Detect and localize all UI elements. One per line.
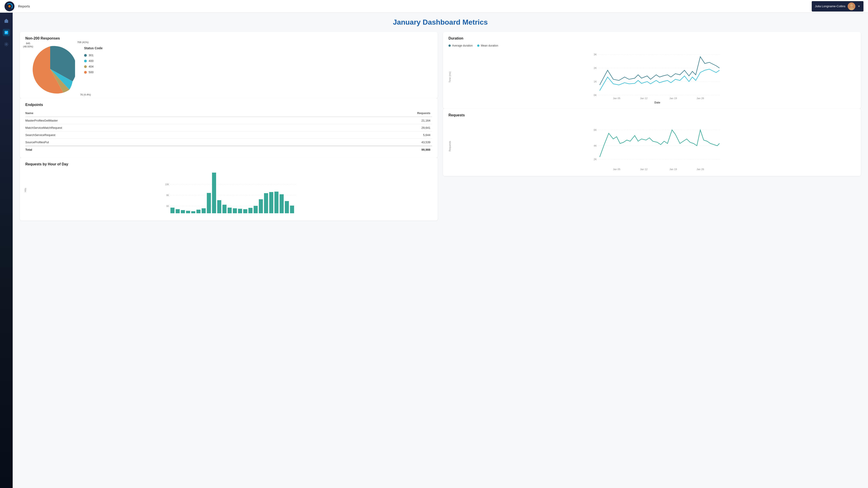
svg-text:Jan 12: Jan 12 — [640, 97, 647, 100]
sidebar-icon-settings[interactable] — [3, 41, 10, 48]
chevron-down-icon[interactable]: ▼ — [858, 5, 860, 8]
svg-rect-31 — [254, 206, 258, 213]
legend-label-mean: Mean duration — [481, 44, 498, 47]
svg-text:6K: 6K — [166, 205, 169, 207]
requests-card: Requests Requests 6K 4K 2K — [443, 109, 861, 176]
legend-title: Status Code — [84, 46, 103, 50]
legend-dot-400 — [84, 60, 87, 62]
pie-chart-wrapper: 845(48.93%) 708 (41%) 76 (4.4%) — [25, 44, 75, 94]
svg-rect-28 — [238, 209, 242, 213]
endpoints-card: Endpoints Name Requests MasterProfilesGe… — [20, 98, 438, 158]
legend-avg-duration: Average duration — [448, 44, 473, 47]
user-menu[interactable]: Julia Longname-Collins ▼ — [812, 1, 864, 11]
sidebar — [0, 13, 13, 488]
app-logo[interactable] — [4, 1, 14, 11]
svg-text:1K: 1K — [594, 80, 597, 83]
requests-by-hour-card: Requests by Hour of Day Hits 6K 8K 10K — [20, 158, 438, 221]
svg-text:Jan 05: Jan 05 — [613, 97, 620, 100]
col-requests-header: Requests — [318, 110, 432, 117]
pie-label-500: 845(48.93%) — [23, 42, 33, 48]
duration-card: Duration Average duration Mean duration … — [443, 32, 861, 109]
svg-rect-35 — [274, 192, 278, 213]
svg-rect-15 — [170, 207, 175, 213]
legend-dot-404 — [84, 65, 87, 68]
svg-text:Jan 12: Jan 12 — [640, 168, 647, 170]
right-column: Duration Average duration Mean duration … — [443, 32, 861, 221]
svg-rect-34 — [269, 192, 273, 213]
svg-rect-23 — [212, 173, 216, 213]
svg-rect-24 — [217, 200, 221, 213]
legend-label-500: 500 — [89, 70, 94, 74]
svg-rect-29 — [243, 209, 247, 213]
sidebar-icon-reports[interactable] — [3, 29, 10, 36]
legend-item-404: 404 — [84, 65, 103, 68]
duration-legend: Average duration Mean duration — [448, 44, 855, 47]
endpoint-name: MatchServiceMatchRequest — [25, 124, 318, 131]
pie-label-301: 708 (41%) — [77, 41, 89, 43]
legend-item-301: 301 — [84, 54, 103, 57]
svg-text:Jan 19: Jan 19 — [669, 97, 677, 100]
sidebar-icon-home[interactable] — [3, 17, 10, 24]
endpoint-requests: 43,539 — [318, 139, 432, 146]
page-title: January Dashboard Metrics — [20, 18, 861, 26]
svg-text:2K: 2K — [594, 67, 597, 69]
user-name-label: Julia Longname-Collins — [815, 4, 845, 8]
svg-text:2K: 2K — [594, 158, 597, 161]
duration-chart-svg: 3K 2K 1K 0K Jan 05 Jan 12 Jan 19 Jan 26 — [459, 50, 855, 100]
svg-rect-16 — [176, 209, 180, 213]
svg-rect-30 — [248, 208, 252, 213]
endpoint-requests: 5,644 — [318, 131, 432, 139]
bar-chart-svg: 6K 8K 10K — [34, 170, 432, 215]
duration-title: Duration — [448, 36, 855, 40]
table-row: MatchServiceMatchRequest 29,641 — [25, 124, 432, 131]
svg-text:Jan 05: Jan 05 — [613, 168, 620, 170]
pie-section: 845(48.93%) 708 (41%) 76 (4.4%) — [25, 44, 432, 94]
svg-rect-32 — [259, 199, 263, 213]
top-navigation: Reports Julia Longname-Collins ▼ — [0, 0, 868, 13]
main-content: January Dashboard Metrics Non-200 Respon… — [13, 13, 868, 488]
endpoints-title: Endpoints — [25, 103, 432, 107]
svg-text:4K: 4K — [594, 144, 597, 147]
endpoint-name: MasterProfilesGetMaster — [25, 117, 318, 124]
svg-text:Jan 26: Jan 26 — [696, 168, 704, 170]
svg-rect-22 — [207, 193, 211, 213]
svg-point-8 — [6, 43, 7, 45]
svg-text:Jan 26: Jan 26 — [696, 97, 704, 100]
svg-rect-36 — [280, 194, 284, 213]
avatar — [848, 2, 855, 10]
endpoint-name: SearchServiceRequest — [25, 131, 318, 139]
legend-dot-mean — [477, 44, 479, 47]
svg-rect-37 — [285, 201, 289, 213]
requests-chart-svg: 6K 4K 2K Jan 05 Jan 12 Jan 19 Jan 26 — [459, 121, 855, 170]
duration-x-label: Date — [459, 101, 855, 104]
legend-label-301: 301 — [89, 54, 94, 57]
legend-item-400: 400 — [84, 59, 103, 63]
svg-rect-38 — [290, 205, 294, 213]
table-row: MasterProfilesGetMaster 21,164 — [25, 117, 432, 124]
requests-by-hour-title: Requests by Hour of Day — [25, 162, 432, 166]
svg-text:Jan 19: Jan 19 — [669, 168, 677, 170]
requests-title: Requests — [448, 113, 855, 117]
svg-text:8K: 8K — [166, 194, 169, 197]
svg-text:3K: 3K — [594, 53, 597, 56]
svg-rect-26 — [228, 207, 232, 213]
requests-y-label: Requests — [448, 141, 451, 151]
endpoints-table: Name Requests MasterProfilesGetMaster 21… — [25, 110, 432, 153]
svg-rect-3 — [4, 21, 8, 23]
legend-item-500: 500 — [84, 70, 103, 74]
svg-point-1 — [850, 4, 853, 7]
legend-label-404: 404 — [89, 65, 94, 68]
svg-text:6K: 6K — [594, 129, 597, 131]
left-column: Non-200 Responses 845(48.93%) 708 (41%) … — [20, 32, 438, 221]
svg-rect-21 — [202, 208, 206, 213]
svg-rect-18 — [186, 211, 190, 213]
total-label: Total — [25, 146, 318, 153]
svg-rect-25 — [222, 205, 226, 213]
pie-label-400: 76 (4.4%) — [80, 93, 91, 96]
duration-y-label: Time (ms) — [448, 71, 451, 83]
svg-rect-33 — [264, 193, 268, 213]
pie-chart-svg — [25, 44, 75, 94]
svg-rect-27 — [233, 208, 237, 213]
svg-text:10K: 10K — [165, 183, 169, 186]
table-row: SearchServiceRequest 5,644 — [25, 131, 432, 139]
